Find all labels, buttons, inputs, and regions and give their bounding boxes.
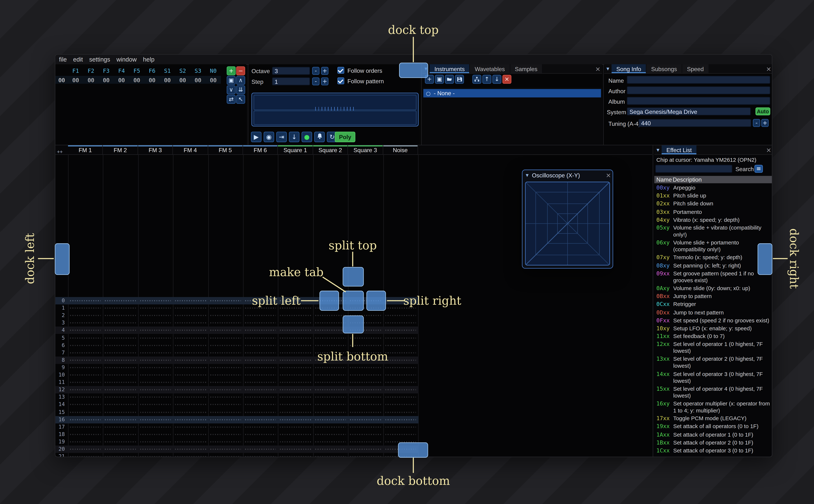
- menu-item-file[interactable]: file: [59, 56, 67, 63]
- menu-item-settings[interactable]: settings: [89, 56, 110, 63]
- order-row-index[interactable]: 00: [55, 77, 68, 83]
- pattern-cell[interactable]: [348, 371, 383, 379]
- remove-order-button[interactable]: −: [236, 66, 245, 75]
- tuning-decrease-button[interactable]: -: [753, 119, 760, 127]
- system-field[interactable]: [627, 107, 751, 115]
- step-increase-button[interactable]: +: [321, 77, 328, 85]
- pattern-cell[interactable]: [68, 342, 103, 349]
- pattern-cell[interactable]: [208, 416, 243, 423]
- pattern-cell[interactable]: [348, 453, 383, 457]
- pattern-cell[interactable]: [68, 297, 103, 304]
- pattern-row[interactable]: 15: [55, 408, 419, 416]
- pattern-row[interactable]: 5: [55, 334, 419, 342]
- pattern-cell[interactable]: [103, 438, 138, 445]
- collapse-icon[interactable]: [604, 64, 612, 73]
- pattern-row[interactable]: 18: [55, 431, 419, 438]
- pattern-cell[interactable]: [68, 371, 103, 379]
- pattern-cell[interactable]: [68, 423, 103, 431]
- pattern-row[interactable]: 9: [55, 364, 419, 371]
- step-decrease-button[interactable]: -: [312, 77, 319, 85]
- pattern-cell[interactable]: [173, 364, 208, 371]
- pattern-cell[interactable]: [103, 393, 138, 401]
- orders-current-row[interactable]: 0000000000000000000000: [55, 76, 221, 84]
- pattern-cell[interactable]: [243, 349, 278, 356]
- pattern-row[interactable]: 17: [55, 423, 419, 431]
- pattern-cell[interactable]: [278, 431, 313, 438]
- duplicate-order-end-button[interactable]: ⇊: [236, 85, 245, 94]
- pattern-cell[interactable]: [103, 364, 138, 371]
- order-cell[interactable]: 00: [68, 77, 83, 83]
- pattern-cell[interactable]: [243, 364, 278, 371]
- pattern-cell[interactable]: [243, 431, 278, 438]
- order-cell[interactable]: 00: [99, 77, 114, 83]
- pattern-cell[interactable]: [173, 297, 208, 304]
- pattern-cell[interactable]: [173, 319, 208, 327]
- pattern-cell[interactable]: [313, 453, 348, 457]
- pattern-row[interactable]: 1: [55, 305, 419, 312]
- pattern-cell[interactable]: [383, 334, 418, 342]
- play-button[interactable]: ▶: [251, 132, 261, 142]
- move-order-down-button[interactable]: ∨: [227, 85, 236, 94]
- close-icon[interactable]: [604, 172, 613, 179]
- pattern-cell[interactable]: [138, 401, 173, 408]
- pattern-cell[interactable]: [278, 446, 313, 453]
- pattern-row[interactable]: 13: [55, 393, 419, 401]
- pattern-cell[interactable]: [208, 453, 243, 457]
- pattern-row[interactable]: 10: [55, 371, 419, 379]
- delete-instrument-button[interactable]: ×: [503, 75, 512, 84]
- pattern-cell[interactable]: [68, 349, 103, 356]
- octave-increase-button[interactable]: +: [321, 67, 328, 75]
- pattern-cell[interactable]: [278, 371, 313, 379]
- pattern-cell[interactable]: [68, 356, 103, 364]
- pattern-cell[interactable]: [208, 431, 243, 438]
- dock-target-right[interactable]: [758, 243, 772, 275]
- close-icon[interactable]: [764, 64, 772, 73]
- duplicate-order-button[interactable]: ▣: [227, 76, 236, 85]
- pattern-cell[interactable]: [103, 453, 138, 457]
- pattern-cell[interactable]: [138, 349, 173, 356]
- pattern-cell[interactable]: [313, 416, 348, 423]
- pattern-cell[interactable]: [383, 379, 418, 386]
- pattern-cell[interactable]: [208, 423, 243, 431]
- save-instrument-button[interactable]: [455, 75, 464, 84]
- pattern-cell[interactable]: [313, 334, 348, 342]
- pattern-cell[interactable]: [278, 401, 313, 408]
- pattern-cell[interactable]: [208, 349, 243, 356]
- pattern-cell[interactable]: [383, 431, 418, 438]
- poly-mono-button[interactable]: Poly: [335, 132, 355, 142]
- pattern-row[interactable]: 6: [55, 342, 419, 349]
- play-from-cursor-button[interactable]: ⇥: [276, 132, 287, 142]
- menu-item-window[interactable]: window: [116, 56, 137, 63]
- pattern-cell[interactable]: [383, 423, 418, 431]
- pattern-cell[interactable]: [68, 312, 103, 319]
- pattern-cell[interactable]: [383, 386, 418, 393]
- tab-effect-list[interactable]: Effect List: [662, 145, 696, 154]
- open-instrument-button[interactable]: [445, 75, 454, 84]
- pattern-cell[interactable]: [173, 327, 208, 334]
- pattern-cell[interactable]: [348, 446, 383, 453]
- pattern-row[interactable]: 11: [55, 379, 419, 386]
- instrument-list-item[interactable]: ○- None -: [424, 89, 601, 97]
- pattern-cell[interactable]: [348, 423, 383, 431]
- pattern-cell[interactable]: [278, 393, 313, 401]
- pattern-cell[interactable]: [173, 305, 208, 312]
- pattern-cell[interactable]: [138, 356, 173, 364]
- tuning-field[interactable]: [639, 119, 751, 127]
- pattern-cell[interactable]: [348, 408, 383, 416]
- move-instrument-down-button[interactable]: ↓: [492, 75, 502, 84]
- pattern-cell[interactable]: [313, 446, 348, 453]
- pattern-cell[interactable]: [348, 416, 383, 423]
- pattern-cell[interactable]: [208, 386, 243, 393]
- tab-subsongs[interactable]: Subsongs: [647, 64, 682, 73]
- pattern-cell[interactable]: [138, 438, 173, 445]
- pattern-cell[interactable]: [208, 379, 243, 386]
- pattern-cell[interactable]: [313, 371, 348, 379]
- pattern-cell[interactable]: [173, 379, 208, 386]
- pattern-cell[interactable]: [208, 401, 243, 408]
- step-input[interactable]: [272, 77, 310, 85]
- pattern-cell[interactable]: [243, 371, 278, 379]
- pattern-cell[interactable]: [68, 334, 103, 342]
- follow-pattern-checkbox[interactable]: Follow pattern: [337, 77, 384, 84]
- pattern-cell[interactable]: [383, 349, 418, 356]
- pattern-cell[interactable]: [138, 371, 173, 379]
